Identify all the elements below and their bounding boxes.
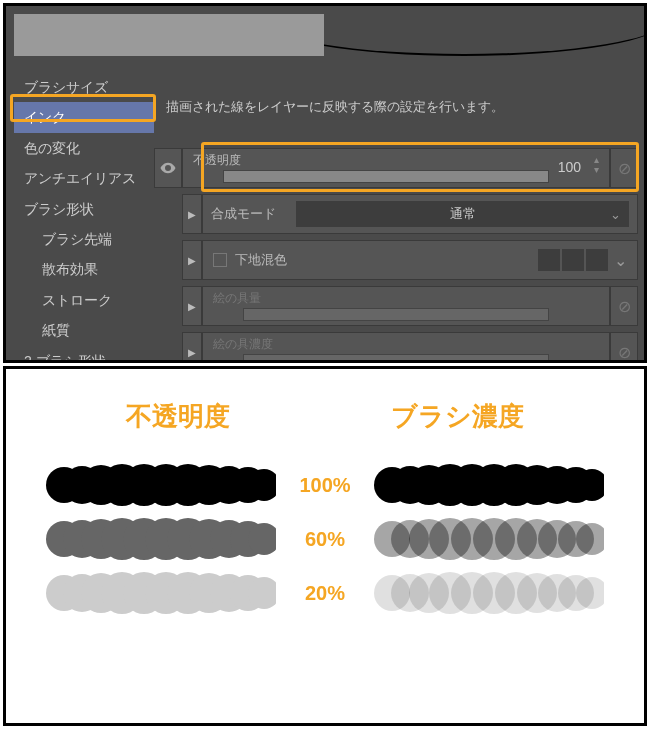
row-20: 20% xyxy=(46,572,604,614)
row-60: 60% xyxy=(46,518,604,560)
paint-amount-label: 絵の具量 xyxy=(213,290,261,307)
sidebar-item-brush-shape[interactable]: ブラシ形状 xyxy=(14,194,154,224)
density-stroke-100 xyxy=(374,464,604,506)
blend-mode-select[interactable]: 通常 xyxy=(296,201,629,227)
sidebar-item-antialias[interactable]: アンチエイリアス xyxy=(14,163,154,193)
opacity-stroke-100 xyxy=(46,464,276,506)
spacer xyxy=(154,332,182,363)
blend-mode-label: 合成モード xyxy=(211,205,276,223)
paint-amount-row: ▶ 絵の具量 ⊘ xyxy=(154,284,638,328)
opacity-stroke-20 xyxy=(46,572,276,614)
sidebar-item-paper[interactable]: 紙質 xyxy=(14,315,154,345)
mode-thumbnails[interactable] xyxy=(538,249,608,271)
level-60: 60% xyxy=(285,528,365,551)
density-stroke-60 xyxy=(374,518,604,560)
sidebar-item-stroke[interactable]: ストローク xyxy=(14,285,154,315)
right-title: ブラシ濃度 xyxy=(391,399,524,434)
paint-density-row: ▶ 絵の具濃度 ⊘ xyxy=(154,330,638,363)
sidebar-item-brush-tip[interactable]: ブラシ先端 xyxy=(14,224,154,254)
blend-mode-row: ▶ 合成モード 通常 xyxy=(154,192,638,236)
brush-settings-panel: ブラシサイズ インク 色の変化 アンチエイリアス ブラシ形状 ブラシ先端 散布効… xyxy=(3,3,647,363)
sidebar-item-scatter[interactable]: 散布効果 xyxy=(14,254,154,284)
dynamics-button[interactable]: ⊘ xyxy=(610,332,638,363)
paint-density-label: 絵の具濃度 xyxy=(213,336,273,353)
paint-amount-slider[interactable]: 絵の具量 xyxy=(202,286,610,326)
paint-density-slider[interactable]: 絵の具濃度 xyxy=(202,332,610,363)
highlight-ink xyxy=(10,94,156,122)
underlay-row: ▶ 下地混色 ⌄ xyxy=(154,238,638,282)
spacer xyxy=(154,240,182,280)
expand-button[interactable]: ▶ xyxy=(182,286,202,326)
chevron-down-icon[interactable]: ⌄ xyxy=(614,251,627,270)
visibility-toggle[interactable] xyxy=(154,148,182,188)
expand-button[interactable]: ▶ xyxy=(182,194,202,234)
underlay-label: 下地混色 xyxy=(235,251,287,269)
spacer xyxy=(154,194,182,234)
sidebar-item-color-change[interactable]: 色の変化 xyxy=(14,133,154,163)
preview-area xyxy=(14,14,324,56)
dynamics-button[interactable]: ⊘ xyxy=(610,286,638,326)
comparison-diagram: 不透明度 ブラシ濃度 100% 60% 20% xyxy=(3,366,647,726)
blend-mode-control: 合成モード 通常 xyxy=(202,194,638,234)
level-100: 100% xyxy=(285,474,365,497)
sidebar-item-brush-shape-2[interactable]: 2-ブラシ形状 xyxy=(14,346,154,363)
density-stroke-20 xyxy=(374,572,604,614)
expand-button[interactable]: ▶ xyxy=(182,240,202,280)
underlay-checkbox[interactable] xyxy=(213,253,227,267)
highlight-opacity xyxy=(201,142,639,192)
opacity-stroke-60 xyxy=(46,518,276,560)
spacer xyxy=(154,286,182,326)
expand-button[interactable]: ▶ xyxy=(182,332,202,363)
description-text: 描画された線をレイヤーに反映する際の設定を行います。 xyxy=(166,98,504,116)
level-20: 20% xyxy=(285,582,365,605)
underlay-control[interactable]: 下地混色 ⌄ xyxy=(202,240,638,280)
left-title: 不透明度 xyxy=(126,399,230,434)
row-100: 100% xyxy=(46,464,604,506)
